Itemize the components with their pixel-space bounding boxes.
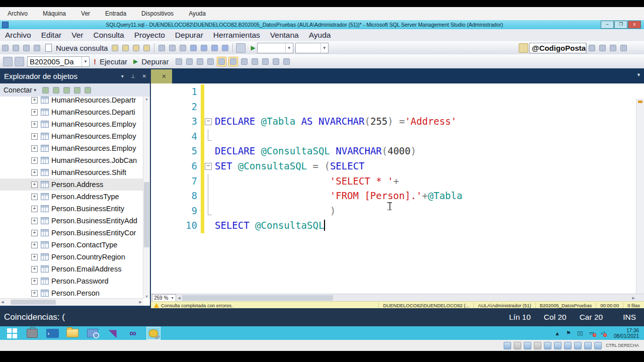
toolbar-combo-2[interactable]: ▼: [295, 43, 329, 53]
refresh-icon[interactable]: [73, 86, 82, 95]
database-combo[interactable]: B202005_Da▼: [27, 56, 90, 67]
window-position-icon[interactable]: ▾: [118, 73, 127, 79]
start-button[interactable]: [6, 327, 19, 339]
tree-item-person-addresstype[interactable]: +Person.AddressType: [0, 191, 143, 203]
menu-item-herramientas[interactable]: Herramientas: [208, 31, 265, 40]
execute-button[interactable]: Ejecutar: [100, 57, 127, 66]
tray-flag-icon[interactable]: ⚑: [566, 330, 571, 336]
search-tool-icon[interactable]: [86, 327, 99, 339]
tree-item-person-password[interactable]: +Person.Password: [0, 275, 143, 287]
tree-item-person-businessentity[interactable]: +Person.BusinessEntity: [0, 203, 143, 215]
disconnect-icon[interactable]: [52, 86, 60, 95]
tray-volume-muted-icon[interactable]: ◁x: [600, 330, 604, 336]
network-icon[interactable]: [534, 342, 541, 349]
ssms-titlebar[interactable]: SQLQuery11.sql - DUENDELOCO82\DUENDELOCO…: [0, 20, 644, 29]
tree-item-person-emailaddress[interactable]: +Person.EmailAddress: [0, 263, 143, 275]
indent-icon[interactable]: [261, 57, 270, 66]
menu-item-proyecto[interactable]: Proyecto: [129, 31, 170, 40]
expand-icon[interactable]: +: [31, 290, 38, 297]
stop-icon[interactable]: [175, 57, 183, 66]
results-file-icon[interactable]: [228, 57, 238, 66]
vm-menu-item-ver[interactable]: Ver: [73, 10, 98, 17]
display-icon[interactable]: [564, 342, 572, 349]
open-file-icon[interactable]: [12, 44, 20, 52]
mdx-query-icon[interactable]: [132, 44, 140, 52]
vm-menu-item-dispositivos[interactable]: Dispositivos: [134, 10, 181, 17]
menu-item-consulta[interactable]: Consulta: [88, 31, 129, 40]
expand-icon[interactable]: +: [31, 218, 38, 224]
tab-sqlquer-r-55[interactable]: [195, 69, 206, 83]
menu-item-ventana[interactable]: Ventana: [265, 31, 304, 40]
copy-icon[interactable]: [168, 44, 177, 52]
expand-icon[interactable]: +: [31, 278, 38, 285]
tree-item-humanresources-departi[interactable]: +HumanResources.Departi: [0, 106, 143, 118]
xmla-query-icon[interactable]: [142, 44, 151, 52]
expand-icon[interactable]: +: [31, 182, 38, 188]
connect-database-icon[interactable]: [3, 57, 13, 66]
results-grid-icon[interactable]: [217, 57, 226, 66]
pin-icon[interactable]: ⊥: [127, 73, 139, 79]
connect-icon[interactable]: [41, 86, 50, 95]
parse-icon[interactable]: [185, 57, 194, 66]
uncomment-icon[interactable]: [251, 57, 259, 66]
expand-icon[interactable]: +: [31, 169, 38, 176]
object-explorer-header[interactable]: Explorador de objetos ▾ ⊥ ✕: [0, 68, 150, 83]
stop-icon[interactable]: [62, 86, 71, 95]
blend-icon[interactable]: ∞: [126, 327, 139, 339]
redo-icon[interactable]: [200, 44, 208, 52]
expand-icon[interactable]: +: [31, 266, 38, 273]
debug-button[interactable]: Depurar: [141, 57, 169, 66]
save-icon[interactable]: [22, 44, 31, 52]
new-session-icon[interactable]: [598, 44, 607, 52]
hdd-icon[interactable]: [504, 342, 511, 349]
expand-icon[interactable]: +: [31, 97, 38, 104]
navigate-back-icon[interactable]: [210, 44, 219, 52]
expand-icon[interactable]: +: [31, 230, 38, 236]
parameter-icon[interactable]: [519, 43, 528, 53]
powershell-icon[interactable]: ›: [46, 327, 59, 339]
analysis-query-icon[interactable]: [121, 44, 130, 52]
editor-horizontal-scrollbar[interactable]: ◀ ▶: [176, 295, 644, 301]
change-connection-icon[interactable]: [15, 57, 24, 66]
mail-icon[interactable]: [236, 43, 246, 53]
tray-server-icon[interactable]: ▯▯: [577, 330, 583, 336]
save-all-icon[interactable]: [33, 44, 41, 52]
editor-vertical-scrollbar[interactable]: ▲ ▼: [636, 99, 644, 294]
tree-item-person-contacttype[interactable]: +Person.ContactType: [0, 239, 143, 251]
paste-icon[interactable]: [179, 44, 187, 52]
maximize-button[interactable]: ❐: [614, 21, 627, 29]
connect-button[interactable]: Conectar: [0, 86, 33, 94]
tree-item-humanresources-employ[interactable]: +HumanResources.Employ: [0, 142, 143, 154]
file-explorer-icon[interactable]: [66, 327, 79, 339]
properties-icon[interactable]: [609, 44, 617, 52]
tree-item-humanresources-shift[interactable]: +HumanResources.Shift: [0, 166, 143, 178]
new-file-icon[interactable]: [1, 44, 10, 52]
tab-close-icon[interactable]: ✕: [162, 73, 167, 80]
toolbar-combo-1[interactable]: ▼: [257, 43, 293, 53]
expand-icon[interactable]: +: [31, 109, 38, 116]
tab-overflow-icon[interactable]: ▼: [636, 72, 641, 77]
close-button[interactable]: x: [628, 21, 641, 29]
change-type-icon[interactable]: [196, 57, 204, 66]
tab-sqlquer-r-52[interactable]: [175, 69, 186, 83]
start-icon[interactable]: ▶: [251, 44, 255, 51]
vm-menu-item-entrada[interactable]: Entrada: [98, 10, 134, 17]
expand-icon[interactable]: +: [31, 242, 38, 248]
tree-item-person-businessentitycor[interactable]: +Person.BusinessEntityCor: [0, 227, 143, 239]
vm-menu-item-ayuda[interactable]: Ayuda: [181, 10, 213, 17]
tree-item-humanresources-jobcan[interactable]: +HumanResources.JobCan: [0, 154, 143, 166]
expand-icon[interactable]: +: [31, 206, 38, 212]
cd-icon[interactable]: [514, 342, 521, 349]
tree-item-humanresources-employ[interactable]: +HumanResources.Employ: [0, 130, 143, 142]
collapse-icon[interactable]: −: [205, 118, 212, 125]
outdent-icon[interactable]: [272, 57, 280, 66]
shared-folders-icon[interactable]: [554, 342, 561, 349]
tray-expand-icon[interactable]: ▲: [554, 330, 560, 336]
video-capture-icon[interactable]: [574, 342, 582, 349]
mouse-icon[interactable]: [594, 342, 602, 349]
menu-item-archivo[interactable]: Archivo: [0, 31, 36, 40]
menu-item-depurar[interactable]: Depurar: [170, 31, 208, 40]
expand-icon[interactable]: +: [31, 254, 38, 260]
expand-icon[interactable]: +: [31, 133, 38, 140]
specify-template-icon[interactable]: [282, 57, 291, 66]
